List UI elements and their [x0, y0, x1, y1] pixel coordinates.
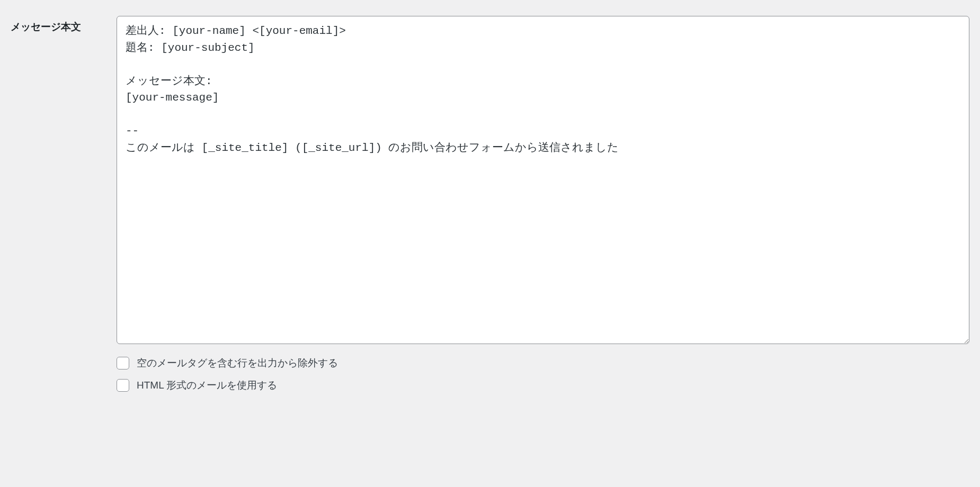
- exclude-blank-checkbox[interactable]: [117, 357, 129, 369]
- message-body-textarea[interactable]: [117, 16, 969, 344]
- message-body-field-wrapper: [117, 16, 969, 346]
- use-html-checkbox-row: HTML 形式のメールを使用する: [117, 378, 969, 392]
- checkbox-group: 空のメールタグを含む行を出力から除外する HTML 形式のメールを使用する: [11, 356, 969, 392]
- message-body-row: メッセージ本文: [11, 16, 969, 346]
- use-html-checkbox[interactable]: [117, 379, 129, 392]
- use-html-label[interactable]: HTML 形式のメールを使用する: [137, 378, 277, 392]
- exclude-blank-checkbox-row: 空のメールタグを含む行を出力から除外する: [117, 356, 969, 370]
- exclude-blank-label[interactable]: 空のメールタグを含む行を出力から除外する: [137, 356, 338, 370]
- message-body-label: メッセージ本文: [11, 16, 117, 34]
